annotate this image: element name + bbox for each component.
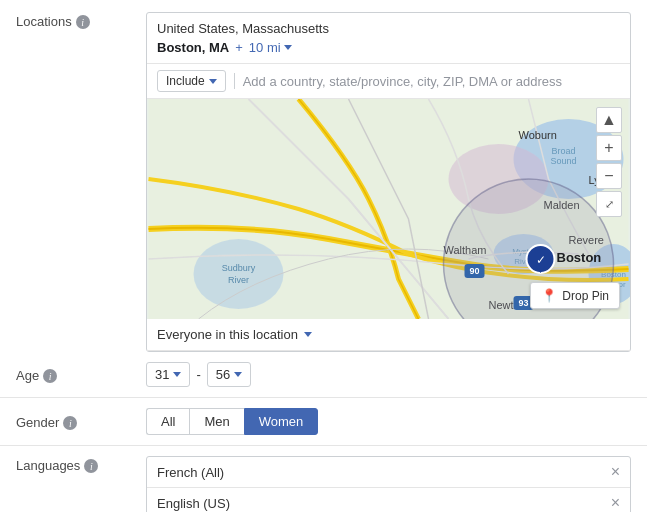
gender-button-group: All Men Women	[146, 408, 631, 435]
gender-all-button[interactable]: All	[146, 408, 189, 435]
svg-text:93: 93	[518, 298, 528, 308]
map-container[interactable]: Broad Sound Mystic River Boston Harbor S…	[147, 99, 630, 319]
language-remove-button[interactable]: ×	[611, 464, 620, 480]
age-label: Age i	[16, 366, 146, 383]
location-search-placeholder: Add a country, state/province, city, ZIP…	[243, 74, 562, 89]
svg-text:Broad: Broad	[551, 146, 575, 156]
location-filter: Everyone in this location	[147, 319, 630, 351]
include-button[interactable]: Include	[157, 70, 226, 92]
location-country: United States, Massachusetts	[157, 21, 620, 36]
gender-info-icon[interactable]: i	[63, 416, 77, 430]
location-filter-chevron-icon	[304, 332, 312, 337]
age-max-value: 56	[216, 367, 230, 382]
svg-text:90: 90	[469, 266, 479, 276]
svg-text:Sound: Sound	[550, 156, 576, 166]
gender-men-button[interactable]: Men	[189, 408, 243, 435]
radius-chevron-icon	[284, 45, 292, 50]
location-filter-label: Everyone in this location	[157, 327, 298, 342]
list-item: English (US) ×	[147, 488, 630, 512]
svg-text:Woburn: Woburn	[519, 129, 557, 141]
include-row: Include Add a country, state/province, c…	[147, 64, 630, 99]
map-scroll-up-button[interactable]: ▲	[596, 107, 622, 133]
include-divider	[234, 73, 235, 89]
gender-label-text: Gender	[16, 415, 59, 430]
location-row: Boston, MA + 10 mi	[157, 36, 620, 55]
include-label: Include	[166, 74, 205, 88]
language-remove-button[interactable]: ×	[611, 495, 620, 511]
languages-info-icon[interactable]: i	[84, 459, 98, 473]
locations-label-text: Locations	[16, 14, 72, 29]
languages-section: Languages i French (All) × English (US) …	[0, 446, 647, 512]
language-name: French (All)	[157, 465, 224, 480]
age-min-value: 31	[155, 367, 169, 382]
age-max-chevron-icon	[234, 372, 242, 377]
age-section: Age i 31 - 56	[0, 352, 647, 398]
age-max-button[interactable]: 56	[207, 362, 251, 387]
plus-icon: +	[235, 40, 243, 55]
include-chevron-icon	[209, 79, 217, 84]
gender-content: All Men Women	[146, 408, 631, 435]
age-content: 31 - 56	[146, 362, 631, 387]
radius-button[interactable]: 10 mi	[249, 40, 292, 55]
gender-section: Gender i All Men Women	[0, 398, 647, 446]
svg-point-10	[194, 239, 284, 309]
locations-info-icon[interactable]: i	[76, 15, 90, 29]
radius-value: 10 mi	[249, 40, 281, 55]
drop-pin-label: Drop Pin	[562, 289, 609, 303]
locations-section: Locations i United States, Massachusetts…	[0, 0, 647, 352]
map-controls: ▲ + − ⤢	[596, 107, 622, 217]
svg-text:Boston: Boston	[557, 250, 602, 265]
gender-label: Gender i	[16, 413, 146, 430]
pin-icon: 📍	[541, 288, 557, 303]
map-zoom-out-button[interactable]: −	[596, 163, 622, 189]
map-zoom-in-button[interactable]: +	[596, 135, 622, 161]
age-label-text: Age	[16, 368, 39, 383]
age-info-icon[interactable]: i	[43, 369, 57, 383]
drop-pin-button[interactable]: 📍 Drop Pin	[530, 282, 620, 309]
languages-box: French (All) × English (US) ×	[146, 456, 631, 512]
map-expand-button[interactable]: ⤢	[596, 191, 622, 217]
languages-label: Languages i	[16, 456, 146, 473]
svg-text:River: River	[228, 275, 249, 285]
list-item: French (All) ×	[147, 457, 630, 488]
age-dash: -	[196, 367, 200, 382]
gender-women-button[interactable]: Women	[244, 408, 319, 435]
locations-content: United States, Massachusetts Boston, MA …	[146, 12, 631, 352]
languages-label-text: Languages	[16, 458, 80, 473]
location-header: United States, Massachusetts Boston, MA …	[147, 13, 630, 64]
language-name: English (US)	[157, 496, 230, 511]
svg-text:✓: ✓	[536, 253, 546, 267]
locations-box: United States, Massachusetts Boston, MA …	[146, 12, 631, 352]
age-min-button[interactable]: 31	[146, 362, 190, 387]
age-min-chevron-icon	[173, 372, 181, 377]
location-city: Boston, MA	[157, 40, 229, 55]
locations-label: Locations i	[16, 12, 146, 352]
languages-content: French (All) × English (US) ×	[146, 456, 631, 512]
svg-text:Sudbury: Sudbury	[222, 263, 256, 273]
